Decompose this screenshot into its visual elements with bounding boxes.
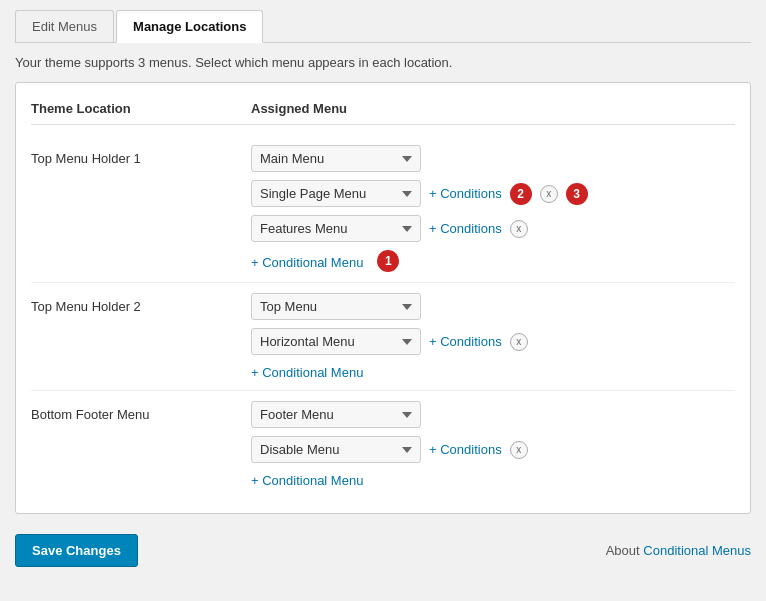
location-name-1: Top Menu Holder 1: [31, 145, 251, 166]
conditions-link-2-1[interactable]: + Conditions: [429, 334, 502, 349]
badge-2: 2: [510, 183, 532, 205]
location-name-3: Bottom Footer Menu: [31, 401, 251, 422]
conditional-row-1: + Conditional Menu 1: [251, 250, 735, 272]
menu-controls-3: Footer Menu Disable Menu + Conditions x …: [251, 401, 735, 488]
page-footer: Save Changes About Conditional Menus: [15, 529, 751, 572]
menu-controls-1: Main Menu Single Page Menu + Conditions …: [251, 145, 735, 272]
location-name-2: Top Menu Holder 2: [31, 293, 251, 314]
location-row-2: Top Menu Holder 2 Top Menu Horizontal Me…: [31, 283, 735, 391]
tabs-bar: Edit Menus Manage Locations: [15, 10, 751, 43]
tab-manage-locations[interactable]: Manage Locations: [116, 10, 263, 43]
menu-select-2-1[interactable]: Horizontal Menu: [251, 328, 421, 355]
tab-manage-locations-label: Manage Locations: [133, 19, 246, 34]
badge-3: 3: [566, 183, 588, 205]
close-button-1-1[interactable]: x: [540, 185, 558, 203]
page-subtitle: Your theme supports 3 menus. Select whic…: [15, 55, 751, 70]
about-conditional-menus-link[interactable]: Conditional Menus: [643, 543, 751, 558]
select-row-3-1: Disable Menu + Conditions x: [251, 436, 735, 463]
location-row-3: Bottom Footer Menu Footer Menu Disable M…: [31, 391, 735, 498]
select-row-2-0: Top Menu: [251, 293, 735, 320]
menu-select-1-1[interactable]: Single Page Menu: [251, 180, 421, 207]
location-row-1: Top Menu Holder 1 Main Menu Single Page …: [31, 135, 735, 283]
conditional-menu-link-2[interactable]: + Conditional Menu: [251, 365, 363, 380]
about-label: About: [606, 543, 640, 558]
tab-edit-menus[interactable]: Edit Menus: [15, 10, 114, 42]
conditions-link-1-1[interactable]: + Conditions: [429, 186, 502, 201]
col-menu-header: Assigned Menu: [251, 101, 735, 116]
close-button-2-1[interactable]: x: [510, 333, 528, 351]
menu-select-2-0[interactable]: Top Menu: [251, 293, 421, 320]
menu-controls-2: Top Menu Horizontal Menu + Conditions x …: [251, 293, 735, 380]
conditional-row-3: + Conditional Menu: [251, 471, 735, 488]
menu-select-1-0[interactable]: Main Menu: [251, 145, 421, 172]
conditional-menu-link-3[interactable]: + Conditional Menu: [251, 473, 363, 488]
conditions-link-3-1[interactable]: + Conditions: [429, 442, 502, 457]
badge-1: 1: [377, 250, 399, 272]
tab-edit-menus-label: Edit Menus: [32, 19, 97, 34]
col-location-header: Theme Location: [31, 101, 251, 116]
select-row-2-1: Horizontal Menu + Conditions x: [251, 328, 735, 355]
close-button-1-2[interactable]: x: [510, 220, 528, 238]
select-row-1-1: Single Page Menu + Conditions 2 x 3: [251, 180, 735, 207]
close-button-3-1[interactable]: x: [510, 441, 528, 459]
menu-select-1-2[interactable]: Features Menu: [251, 215, 421, 242]
table-header: Theme Location Assigned Menu: [31, 93, 735, 125]
select-row-1-2: Features Menu + Conditions x: [251, 215, 735, 242]
menu-select-3-0[interactable]: Footer Menu: [251, 401, 421, 428]
locations-table: Theme Location Assigned Menu Top Menu Ho…: [15, 82, 751, 514]
menu-select-3-1[interactable]: Disable Menu: [251, 436, 421, 463]
conditions-link-1-2[interactable]: + Conditions: [429, 221, 502, 236]
save-button[interactable]: Save Changes: [15, 534, 138, 567]
select-row-1-0: Main Menu: [251, 145, 735, 172]
select-row-3-0: Footer Menu: [251, 401, 735, 428]
conditional-row-2: + Conditional Menu: [251, 363, 735, 380]
conditional-menu-link-1[interactable]: + Conditional Menu: [251, 255, 363, 270]
about-text: About Conditional Menus: [606, 543, 751, 558]
